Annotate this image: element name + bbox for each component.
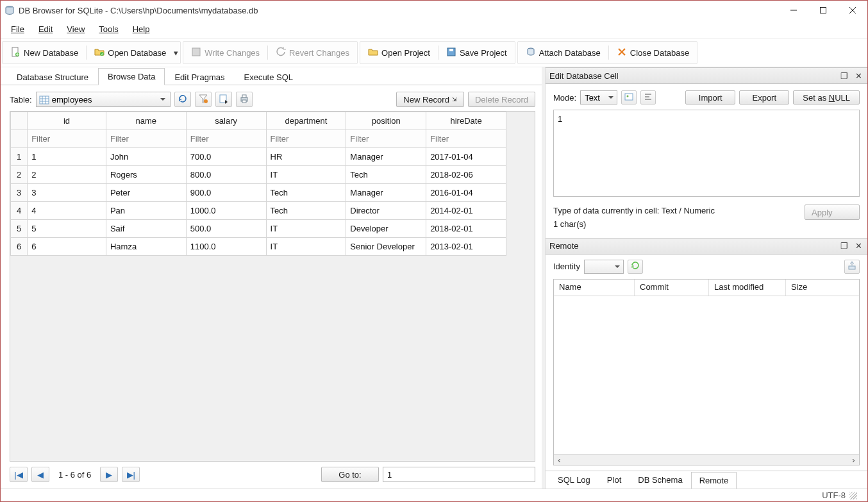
tab-execute-sql[interactable]: Execute SQL (234, 69, 303, 85)
table-row[interactable]: 5 5 Saif 500.0 IT Developer 2018-02-01 (11, 220, 506, 238)
tab-db-schema[interactable]: DB Schema (630, 471, 690, 489)
panel-close-icon[interactable]: ✕ (853, 71, 864, 81)
cell-id[interactable]: 5 (28, 220, 106, 238)
clear-filters-button[interactable] (195, 92, 212, 107)
cell-position[interactable]: Tech (346, 166, 426, 184)
col-name[interactable]: name (106, 112, 186, 130)
nav-next-button[interactable]: ▶ (100, 467, 118, 482)
set-null-button[interactable]: Set as NULL (793, 90, 860, 105)
apply-button[interactable]: Apply (805, 205, 860, 220)
cell-department[interactable]: HR (266, 148, 346, 166)
menu-file[interactable]: File (4, 22, 31, 36)
cell-name[interactable]: John (106, 148, 186, 166)
cell-id[interactable]: 1 (28, 148, 106, 166)
open-project-button[interactable]: Open Project (362, 44, 437, 61)
cell-name[interactable]: Rogers (106, 166, 186, 184)
mode-select[interactable]: Text (580, 90, 617, 105)
export-button[interactable]: Export (739, 90, 789, 105)
cell-position[interactable]: Senior Developer (346, 238, 426, 256)
remote-grid[interactable]: Name Commit Last modified Size ‹ › (553, 279, 860, 465)
cell-hireDate[interactable]: 2016-01-04 (426, 184, 506, 202)
cell-tool1-button[interactable] (621, 90, 637, 105)
goto-button[interactable]: Go to: (321, 467, 379, 482)
menu-edit[interactable]: Edit (32, 22, 59, 36)
col-hireDate[interactable]: hireDate (426, 112, 506, 130)
resize-grip-icon[interactable] (849, 492, 857, 499)
save-project-button[interactable]: Save Project (440, 44, 513, 61)
cell-salary[interactable]: 700.0 (186, 148, 266, 166)
tab-database-structure[interactable]: Database Structure (7, 69, 98, 85)
new-database-button[interactable]: New Database (4, 44, 85, 61)
close-database-button[interactable]: Close Database (610, 44, 696, 61)
goto-input[interactable] (383, 467, 535, 482)
table-select[interactable]: employees (36, 92, 171, 107)
remote-close-icon[interactable]: ✕ (853, 241, 864, 251)
table-row[interactable]: 6 6 Hamza 1100.0 IT Senior Developer 201… (11, 238, 506, 256)
window-minimize-button[interactable] (779, 1, 808, 20)
save-table-button[interactable] (215, 92, 232, 107)
cell-position[interactable]: Developer (346, 220, 426, 238)
cell-salary[interactable]: 500.0 (186, 220, 266, 238)
cell-editor[interactable]: 1 (553, 110, 860, 197)
cell-hireDate[interactable]: 2018-02-06 (426, 166, 506, 184)
window-maximize-button[interactable] (808, 1, 838, 20)
cell-hireDate[interactable]: 2014-02-01 (426, 202, 506, 220)
menu-view[interactable]: View (60, 22, 91, 36)
cell-hireDate[interactable]: 2018-02-01 (426, 220, 506, 238)
filter-name[interactable] (110, 134, 182, 144)
remote-col-size[interactable]: Size (786, 280, 859, 296)
cell-position[interactable]: Manager (346, 184, 426, 202)
cell-department[interactable]: Tech (266, 184, 346, 202)
cell-salary[interactable]: 800.0 (186, 166, 266, 184)
data-grid[interactable]: id name salary department position hireD… (10, 111, 535, 462)
open-database-dropdown[interactable]: ▾ (172, 48, 179, 58)
nav-last-button[interactable]: ▶| (122, 467, 140, 482)
panel-undock-icon[interactable]: ❐ (839, 71, 849, 81)
filter-position[interactable] (350, 134, 422, 144)
nav-first-button[interactable]: |◀ (10, 467, 28, 482)
table-row[interactable]: 1 1 John 700.0 HR Manager 2017-01-04 (11, 148, 506, 166)
cell-position[interactable]: Manager (346, 148, 426, 166)
cell-id[interactable]: 6 (28, 238, 106, 256)
col-salary[interactable]: salary (186, 112, 266, 130)
window-close-button[interactable] (838, 1, 867, 20)
table-row[interactable]: 3 3 Peter 900.0 Tech Manager 2016-01-04 (11, 184, 506, 202)
scroll-left-icon[interactable]: ‹ (554, 455, 565, 465)
cell-name[interactable]: Hamza (106, 238, 186, 256)
col-department[interactable]: department (266, 112, 346, 130)
attach-database-button[interactable]: Attach Database (519, 44, 607, 61)
cell-salary[interactable]: 1000.0 (186, 202, 266, 220)
cell-name[interactable]: Saif (106, 220, 186, 238)
remote-col-modified[interactable]: Last modified (709, 280, 786, 296)
write-changes-button[interactable]: Write Changes (185, 44, 266, 61)
tab-plot[interactable]: Plot (599, 471, 630, 489)
identity-refresh-button[interactable] (628, 260, 643, 274)
cell-department[interactable]: IT (266, 238, 346, 256)
cell-hireDate[interactable]: 2013-02-01 (426, 238, 506, 256)
cell-name[interactable]: Pan (106, 202, 186, 220)
scroll-right-icon[interactable]: › (848, 455, 859, 465)
tab-remote[interactable]: Remote (691, 472, 737, 489)
identity-select[interactable] (584, 260, 624, 274)
tab-sql-log[interactable]: SQL Log (549, 471, 599, 489)
table-row[interactable]: 2 2 Rogers 800.0 IT Tech 2018-02-06 (11, 166, 506, 184)
new-record-button[interactable]: New Record⇲ (396, 92, 464, 107)
col-id[interactable]: id (28, 112, 106, 130)
delete-record-button[interactable]: Delete Record (468, 92, 535, 107)
open-database-button[interactable]: Open Database (88, 44, 172, 61)
cell-id[interactable]: 2 (28, 166, 106, 184)
cell-salary[interactable]: 1100.0 (186, 238, 266, 256)
cell-hireDate[interactable]: 2017-01-04 (426, 148, 506, 166)
cell-tool2-button[interactable] (640, 90, 656, 105)
filter-hireDate[interactable] (430, 134, 502, 144)
menu-help[interactable]: Help (126, 22, 156, 36)
menu-tools[interactable]: Tools (92, 22, 124, 36)
revert-changes-button[interactable]: Revert Changes (269, 44, 356, 61)
remote-col-commit[interactable]: Commit (635, 280, 709, 296)
cell-name[interactable]: Peter (106, 184, 186, 202)
print-button[interactable] (236, 92, 253, 107)
cell-department[interactable]: Tech (266, 202, 346, 220)
cell-id[interactable]: 3 (28, 184, 106, 202)
nav-prev-button[interactable]: ◀ (31, 467, 49, 482)
table-row[interactable]: 4 4 Pan 1000.0 Tech Director 2014-02-01 (11, 202, 506, 220)
